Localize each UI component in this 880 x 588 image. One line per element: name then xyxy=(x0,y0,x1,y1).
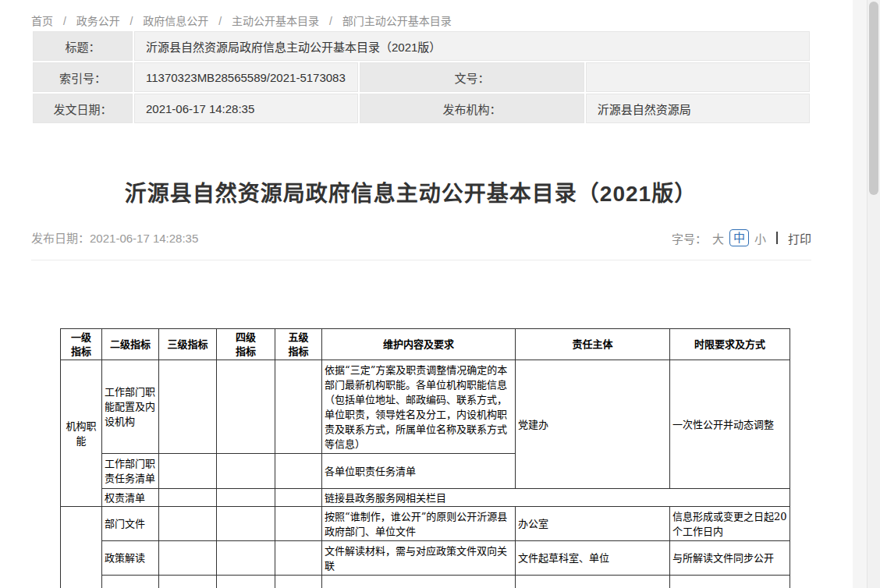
empty-cell xyxy=(217,360,275,454)
empty-cell xyxy=(159,541,217,576)
empty-cell xyxy=(159,489,217,507)
cell-level2: 权责清单 xyxy=(102,489,159,507)
breadcrumb-separator: / xyxy=(329,15,332,27)
empty-cell xyxy=(516,576,670,588)
catalog-table: 一级 指标 二级指标 三级指标 四级 指标 五级 指标 维护内容及要求 责任主体… xyxy=(60,328,790,588)
publish-date-label: 发布日期： xyxy=(31,232,90,245)
empty-cell xyxy=(159,576,217,588)
table-row: 权责清单 链接县政务服务网相关栏目 xyxy=(61,489,790,507)
empty-cell xyxy=(217,489,275,507)
cell-level2: 工作部门职能配置及内设机构 xyxy=(102,360,159,454)
breadcrumb-item-catalog[interactable]: 主动公开基本目录 xyxy=(232,15,319,27)
header-deadline: 时限要求及方式 xyxy=(670,329,790,360)
font-size-medium-button[interactable]: 中 xyxy=(729,229,749,246)
cell-deadline: 信息形成或变更之日起20个工作日内 xyxy=(670,507,790,541)
article-meta-bar: 发布日期：2021-06-17 14:28:35 字号： 大 中 小 打印 xyxy=(31,229,811,260)
doc-number-label: 文号： xyxy=(360,62,584,92)
empty-cell xyxy=(322,576,516,588)
table-row: 机构职能 工作部门职能配置及内设机构 依据“三定”方案及职责调整情况确定的本部门… xyxy=(61,360,790,454)
cell-level1-jigou: 机构职能 xyxy=(61,360,102,507)
empty-cell xyxy=(275,360,322,454)
breadcrumb-item-home[interactable]: 首页 xyxy=(31,15,53,27)
content-page: 首页 / 政务公开 / 政府信息公开 / 主动公开基本目录 / 部门主动公开基本… xyxy=(0,0,853,588)
font-size-large-button[interactable]: 大 xyxy=(712,230,724,246)
doc-issue-date-value: 2021-06-17 14:28:35 xyxy=(134,94,358,123)
empty-cell xyxy=(159,360,217,454)
cell-content: 各单位职责任务清单 xyxy=(322,454,516,489)
empty-cell xyxy=(217,541,275,576)
scrollbar-thumb[interactable] xyxy=(869,2,878,195)
cell-level1-empty xyxy=(61,507,102,588)
font-size-small-button[interactable]: 小 xyxy=(754,230,766,246)
article-tools: 字号： 大 中 小 打印 xyxy=(672,229,811,246)
catalog-header-row: 一级 指标 二级指标 三级指标 四级 指标 五级 指标 维护内容及要求 责任主体… xyxy=(61,329,790,360)
header-level5: 五级 指标 xyxy=(275,329,322,360)
empty-cell xyxy=(217,576,275,588)
doc-info-row-date: 发文日期： 2021-06-17 14:28:35 发布机构： 沂源县自然资源局 xyxy=(33,94,810,123)
breadcrumb-separator: / xyxy=(63,15,66,27)
cell-responsible: 党建办 xyxy=(516,360,670,489)
header-level2: 二级指标 xyxy=(102,329,159,360)
cell-level2: 政策解读 xyxy=(102,541,159,576)
doc-index-value: 11370323MB28565589/2021-5173083 xyxy=(134,62,358,92)
empty-cell xyxy=(159,454,217,489)
divider-bar xyxy=(776,232,778,244)
cell-responsible: 文件起草科室、单位 xyxy=(516,541,670,576)
header-content: 维护内容及要求 xyxy=(322,329,516,360)
cell-content: 链接县政务服务网相关栏目 xyxy=(322,489,790,507)
empty-cell xyxy=(217,507,275,541)
empty-cell xyxy=(275,541,322,576)
table-row xyxy=(61,576,790,588)
breadcrumb: 首页 / 政务公开 / 政府信息公开 / 主动公开基本目录 / 部门主动公开基本… xyxy=(0,0,853,30)
table-row: 政策解读 文件解读材料，需与对应政策文件双向关联 文件起草科室、单位 与所解读文… xyxy=(61,541,790,576)
doc-info-row-title: 标题： 沂源县自然资源局政府信息主动公开基本目录（2021版） xyxy=(33,31,810,61)
publish-date: 发布日期：2021-06-17 14:28:35 xyxy=(31,229,198,246)
empty-cell xyxy=(275,507,322,541)
doc-publisher-label: 发布机构： xyxy=(360,94,584,123)
empty-cell xyxy=(670,576,790,588)
doc-issue-date-label: 发文日期： xyxy=(33,94,133,123)
empty-cell xyxy=(275,454,322,489)
cell-deadline: 与所解读文件同步公开 xyxy=(670,541,790,576)
breadcrumb-item-zhengwu[interactable]: 政务公开 xyxy=(76,15,120,27)
header-level3: 三级指标 xyxy=(159,329,217,360)
page-title: 沂源县自然资源局政府信息主动公开基本目录（2021版） xyxy=(0,176,821,207)
doc-title-label: 标题： xyxy=(33,31,133,61)
doc-info-table: 标题： 沂源县自然资源局政府信息主动公开基本目录（2021版） 索引号： 113… xyxy=(31,30,811,125)
cell-level2: 工作部门职责任务清单 xyxy=(102,454,159,489)
breadcrumb-item-dept-catalog[interactable]: 部门主动公开基本目录 xyxy=(342,15,452,27)
print-button[interactable]: 打印 xyxy=(788,230,811,246)
empty-cell xyxy=(102,576,159,588)
vertical-scrollbar[interactable] xyxy=(867,0,880,588)
publish-date-value: 2021-06-17 14:28:35 xyxy=(90,232,198,245)
cell-responsible: 办公室 xyxy=(516,507,670,541)
empty-cell xyxy=(159,507,217,541)
cell-content: 按照“谁制作，谁公开”的原则公开沂源县政府部门、单位文件 xyxy=(322,507,516,541)
empty-cell xyxy=(275,576,322,588)
header-responsible: 责任主体 xyxy=(516,329,670,360)
cell-level2: 部门文件 xyxy=(102,507,159,541)
font-size-label: 字号： xyxy=(672,230,707,246)
breadcrumb-item-gov-info[interactable]: 政府信息公开 xyxy=(143,15,208,27)
cell-deadline: 一次性公开并动态调整 xyxy=(670,360,790,489)
cell-content: 依据“三定”方案及职责调整情况确定的本部门最新机构职能。各单位机构职能信息（包括… xyxy=(322,360,516,454)
doc-publisher-value: 沂源县自然资源局 xyxy=(586,94,810,123)
doc-info-row-index: 索引号： 11370323MB28565589/2021-5173083 文号： xyxy=(33,62,810,92)
breadcrumb-separator: / xyxy=(130,15,133,27)
header-level1: 一级 指标 xyxy=(61,329,102,360)
header-level4: 四级 指标 xyxy=(217,329,275,360)
doc-number-value xyxy=(586,62,810,92)
empty-cell xyxy=(275,489,322,507)
doc-index-label: 索引号： xyxy=(33,62,133,92)
doc-title-value: 沂源县自然资源局政府信息主动公开基本目录（2021版） xyxy=(134,31,810,61)
breadcrumb-separator: / xyxy=(218,15,222,27)
cell-content: 文件解读材料，需与对应政策文件双向关联 xyxy=(322,541,516,576)
table-row: 部门文件 按照“谁制作，谁公开”的原则公开沂源县政府部门、单位文件 办公室 信息… xyxy=(61,507,790,541)
empty-cell xyxy=(217,454,275,489)
